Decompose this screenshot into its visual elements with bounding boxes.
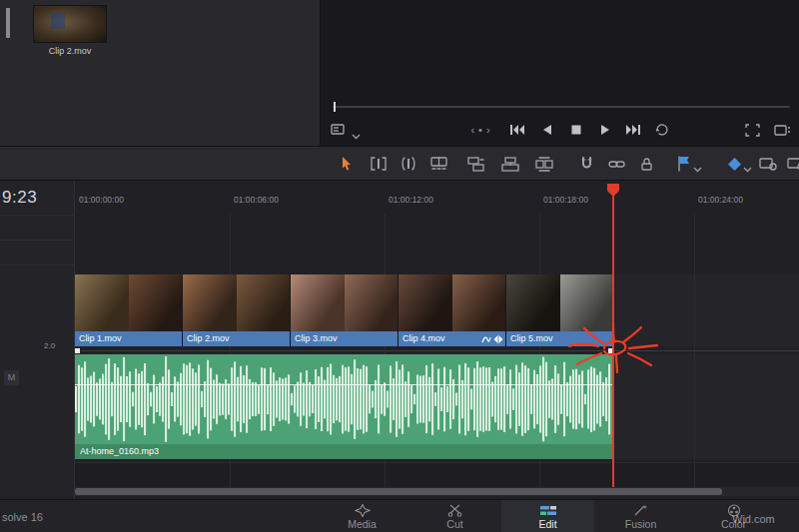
timeline-viewer: ‹•› [321, 0, 799, 146]
audio-clip-label: At-home_0160.mp3 [75, 444, 613, 459]
tab-edit[interactable]: Edit [501, 500, 594, 532]
flag-dropdown-chevron-icon[interactable] [693, 159, 703, 169]
speed-curve-icon [481, 334, 491, 344]
track-separator [75, 350, 799, 351]
timeline-clip-4[interactable]: Clip 4.mov [399, 274, 506, 346]
trim-edit-mode-icon[interactable] [368, 154, 390, 174]
timeline-clip-1[interactable]: Clip 1.mov [75, 274, 183, 346]
ruler-timecode: 01:00:24:00 [698, 195, 743, 205]
position-lock-icon[interactable] [635, 154, 657, 174]
flag-icon[interactable] [673, 154, 695, 174]
viewer-overlay-icon[interactable] [772, 121, 792, 139]
timecode-display: 9:23 [2, 188, 37, 208]
tab-cut-label: Cut [408, 518, 501, 530]
play-button[interactable] [595, 121, 615, 139]
clip-attribute-icons [481, 332, 503, 345]
link-clips-chain-icon[interactable] [605, 154, 627, 174]
insert-clip-icon[interactable] [465, 154, 487, 174]
empty-track-lane [75, 463, 799, 486]
cut-page-icon [446, 504, 464, 517]
marker-dropdown-chevron-icon[interactable] [743, 159, 753, 169]
go-to-end-button[interactable] [623, 121, 643, 139]
track-header-divider [0, 265, 74, 266]
match-frame-icon[interactable] [742, 121, 762, 139]
tab-edit-label: Edit [501, 518, 594, 530]
clip-label: Clip 3.mov [291, 331, 398, 346]
transition-diamond-icon [493, 334, 503, 344]
overwrite-clip-icon[interactable] [499, 154, 521, 174]
edit-toolbar [0, 147, 799, 181]
viewer-scrub-playhead[interactable] [334, 102, 336, 112]
track-header-divider [0, 215, 74, 216]
ruler-timecode: 01:00:12:00 [389, 195, 433, 205]
timeline-scrollbar-thumb[interactable] [75, 488, 722, 495]
media-page-icon [354, 504, 372, 517]
timeline-clip-3[interactable]: Clip 3.mov [291, 274, 399, 346]
ruler-timecode: 01:00:18:00 [543, 195, 588, 205]
audio-waveform [75, 354, 613, 444]
jog-control[interactable]: ‹•› [459, 124, 505, 136]
annotation-scribble [551, 318, 676, 380]
tab-cut[interactable]: Cut [408, 500, 501, 532]
loop-button[interactable] [652, 121, 672, 139]
clip-thumbnail [183, 274, 237, 331]
snapping-magnet-icon[interactable] [575, 154, 597, 174]
audio-volume-line[interactable] [75, 384, 613, 385]
clip-thumbnail [129, 274, 183, 331]
media-pool-clip-label: Clip 2.mov [33, 46, 107, 56]
timeline-view-options-icon[interactable] [757, 154, 779, 174]
viewer-display-options-icon[interactable] [330, 121, 350, 139]
tab-media[interactable]: Media [316, 500, 408, 532]
clip-thumbnail [399, 274, 452, 331]
replace-clip-icon[interactable] [533, 154, 555, 174]
playhead-marker[interactable] [607, 184, 619, 197]
track-header-column: 9:23 2.0 M [0, 181, 75, 499]
go-to-start-button[interactable] [507, 121, 527, 139]
play-reverse-button[interactable] [537, 121, 557, 139]
tab-media-label: Media [316, 518, 408, 530]
clip-thumbnail [452, 274, 506, 331]
clip-thumbnail [345, 274, 399, 331]
media-pool-panel: Clip 2.mov [0, 0, 320, 146]
viewer-display-chevron-icon[interactable] [352, 126, 362, 136]
ruler-timecode: 01:00:00:00 [79, 195, 124, 205]
app-version-text: solve 16 [2, 511, 43, 523]
davinci-resolve-edit-page: Clip 2.mov ‹•› [0, 0, 799, 532]
viewer-scrub-bar[interactable] [333, 106, 790, 108]
tab-fusion[interactable]: Fusion [594, 500, 687, 532]
clip-label: Clip 4.mov [399, 331, 505, 346]
timeline-clip-2[interactable]: Clip 2.mov [183, 274, 291, 346]
partial-clip-fragment [6, 8, 10, 38]
clip-thumbnail [291, 274, 345, 331]
stop-button[interactable] [566, 121, 586, 139]
timeline-zoom-icon[interactable] [785, 154, 799, 174]
clip-label: Clip 1.mov [75, 331, 182, 346]
page-navigation-bar: Media Cut Edit Fusion Color [0, 499, 799, 532]
tab-fusion-label: Fusion [594, 518, 687, 530]
dynamic-trim-mode-icon[interactable] [398, 154, 419, 174]
fusion-page-icon [632, 504, 650, 517]
mute-button[interactable]: M [4, 370, 19, 385]
razor-edit-mode-icon[interactable] [427, 154, 449, 174]
clip-thumbnail [237, 274, 291, 331]
track-separator [75, 462, 799, 463]
marker-icon[interactable] [723, 154, 745, 174]
audio-clip[interactable]: At-home_0160.mp3 [75, 354, 613, 459]
audio-fade-handle-left[interactable] [75, 348, 80, 353]
media-pool-clip-thumbnail[interactable] [33, 5, 107, 43]
clip-thumbnail [75, 274, 129, 331]
media-pool-clip[interactable]: Clip 2.mov [33, 5, 107, 56]
video-track-v1: Clip 1.mov Clip 2.mov Clip 3.mov Clip 4.… [75, 274, 614, 346]
selection-tool-icon[interactable] [336, 154, 358, 174]
track-header-divider [0, 240, 74, 241]
audio-level-label: 2.0 [44, 341, 55, 350]
timeline-area: 01:00:00:00 01:00:06:00 01:00:12:00 01:0… [0, 181, 799, 499]
clip-label: Clip 2.mov [183, 331, 290, 346]
ruler-timecode: 01:00:06:00 [234, 195, 279, 205]
edit-page-icon [539, 504, 557, 517]
watermark-text: Wid.com [732, 513, 775, 525]
